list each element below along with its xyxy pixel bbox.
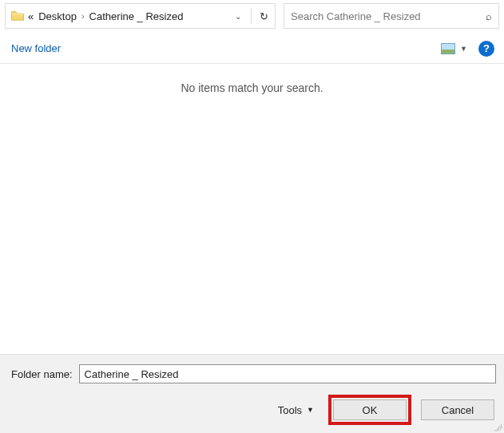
empty-message: No items match your search.	[0, 81, 504, 94]
folder-icon	[10, 9, 25, 23]
resize-grip-icon[interactable]	[494, 423, 502, 431]
address-bar[interactable]: « Desktop › Catherine _ Resized ⌄ ↻	[5, 3, 276, 29]
tools-label: Tools	[278, 404, 302, 416]
new-folder-button[interactable]: New folder	[8, 39, 64, 58]
search-icon[interactable]: ⌕	[486, 10, 492, 22]
refresh-icon[interactable]: ↻	[256, 10, 272, 22]
dialog-footer: Folder name: Tools ▼ OK Cancel	[0, 354, 504, 433]
highlight-annotation: OK	[328, 395, 411, 425]
cancel-button[interactable]: Cancel	[421, 399, 494, 420]
recent-locations-dropdown[interactable]: ⌄	[230, 12, 246, 21]
chevron-down-icon: ▼	[460, 45, 467, 53]
chevron-down-icon: ▼	[307, 406, 314, 414]
search-input[interactable]: Search Catherine _ Resized ⌕	[284, 3, 499, 29]
breadcrumb-item[interactable]: Desktop	[38, 10, 77, 22]
divider	[251, 8, 252, 24]
file-list-pane[interactable]: No items match your search.	[0, 64, 504, 374]
breadcrumb-prefix: «	[28, 10, 34, 22]
picture-icon	[441, 43, 455, 54]
search-placeholder: Search Catherine _ Resized	[291, 10, 421, 22]
tools-dropdown[interactable]: Tools ▼	[278, 404, 314, 416]
breadcrumb-item[interactable]: Catherine _ Resized	[89, 10, 184, 22]
chevron-right-icon[interactable]: ›	[81, 11, 85, 21]
help-button[interactable]: ?	[478, 41, 494, 57]
ok-button[interactable]: OK	[333, 399, 407, 420]
folder-name-input[interactable]	[79, 364, 496, 383]
view-mode-dropdown[interactable]: ▼	[441, 43, 467, 54]
folder-name-label: Folder name:	[11, 368, 73, 380]
